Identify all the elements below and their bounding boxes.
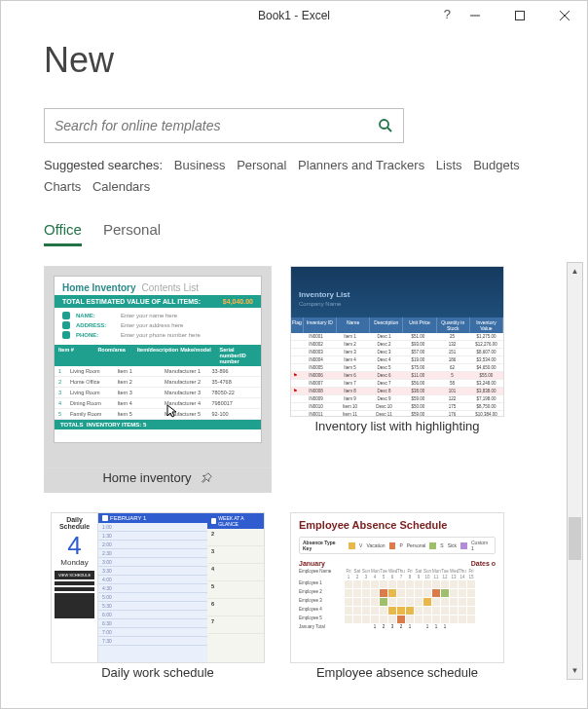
- suggested-link[interactable]: Lists: [436, 155, 462, 176]
- svg-rect-1: [516, 12, 525, 20]
- suggested-link[interactable]: Charts: [44, 176, 81, 198]
- page-title: New: [44, 40, 548, 81]
- template-card-daily-work-schedule[interactable]: Daily Schedule 4 Monday VIEW SCHEDULE FE…: [44, 512, 272, 680]
- gallery-scrollbar[interactable]: ▲ ▼: [567, 262, 583, 680]
- suggested-link[interactable]: Planners and Trackers: [298, 155, 424, 176]
- scrollbar-thumb[interactable]: [569, 517, 581, 560]
- template-thumbnail: Inventory ListCompany Name Flag Inventor…: [290, 266, 504, 417]
- suggested-link[interactable]: Business: [174, 155, 226, 176]
- template-caption: Employee absence schedule: [316, 665, 478, 680]
- scroll-up-button[interactable]: ▲: [568, 263, 582, 280]
- cursor-icon: [165, 403, 181, 419]
- svg-line-5: [387, 128, 391, 131]
- window-title: Book1 - Excel: [258, 9, 330, 22]
- maximize-button[interactable]: [497, 1, 542, 30]
- title-bar: Book1 - Excel ?: [1, 1, 587, 30]
- suggested-link[interactable]: Budgets: [473, 155, 520, 176]
- scrollbar-track[interactable]: [568, 280, 582, 662]
- template-gallery: Home InventoryContents List TOTAL ESTIMA…: [44, 262, 548, 680]
- suggested-label: Suggested searches:: [44, 158, 163, 172]
- suggested-link[interactable]: Calendars: [92, 176, 150, 198]
- help-button[interactable]: ?: [444, 7, 451, 21]
- tab-personal[interactable]: Personal: [103, 221, 161, 246]
- template-caption: Inventory list with highlighting: [314, 419, 479, 433]
- template-caption: Home inventory: [102, 470, 191, 485]
- pin-icon[interactable]: [200, 471, 213, 485]
- tab-office[interactable]: Office: [44, 221, 82, 246]
- template-card-inventory-list-highlighting[interactable]: Inventory ListCompany Name Flag Inventor…: [283, 266, 511, 493]
- scroll-down-button[interactable]: ▼: [568, 662, 582, 679]
- suggested-link[interactable]: Personal: [237, 155, 286, 176]
- search-box[interactable]: [44, 108, 404, 143]
- template-card-home-inventory[interactable]: Home InventoryContents List TOTAL ESTIMA…: [44, 266, 272, 493]
- minimize-button[interactable]: [453, 1, 497, 30]
- template-card-employee-absence-schedule[interactable]: Employee Absence Schedule Absence Type K…: [283, 512, 511, 680]
- suggested-searches: Suggested searches: Business Personal Pl…: [44, 155, 531, 198]
- search-input[interactable]: [55, 118, 378, 133]
- svg-point-4: [380, 120, 388, 129]
- template-thumbnail: Home InventoryContents List TOTAL ESTIMA…: [44, 266, 272, 468]
- close-button[interactable]: [542, 1, 587, 30]
- template-source-tabs: Office Personal: [44, 221, 548, 246]
- window-controls: [453, 1, 587, 30]
- template-caption: Daily work schedule: [101, 665, 214, 680]
- template-thumbnail: Employee Absence Schedule Absence Type K…: [290, 512, 504, 663]
- template-thumbnail: Daily Schedule 4 Monday VIEW SCHEDULE FE…: [51, 512, 265, 663]
- search-icon[interactable]: [378, 118, 393, 133]
